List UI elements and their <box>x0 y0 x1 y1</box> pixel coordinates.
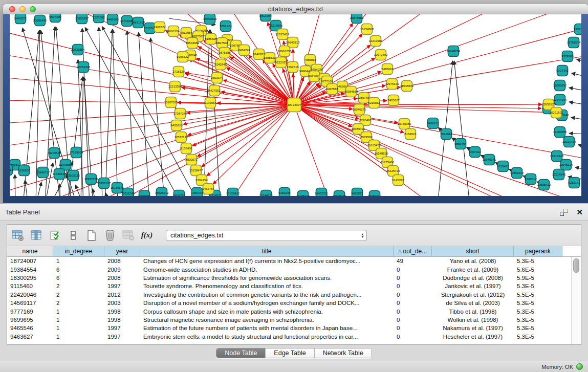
graph-node-normal[interactable]: 9626712 <box>173 190 185 196</box>
table-row[interactable]: 1872400712008Changes of HCN gene express… <box>7 257 571 265</box>
graph-node-selected[interactable]: 7955812 <box>304 55 316 65</box>
graph-node-selected[interactable]: 9660124 <box>167 26 180 37</box>
citation-edge-black[interactable] <box>127 31 134 196</box>
scrollbar-thumb[interactable] <box>573 258 579 273</box>
graph-node-selected[interactable]: 15158477 <box>189 165 203 176</box>
graph-node-normal[interactable]: 20511245 <box>121 188 135 196</box>
graph-node-normal[interactable]: 9245012 <box>525 174 537 185</box>
citation-edge-black[interactable] <box>93 189 96 196</box>
table-select-dropdown[interactable]: citations_edges.txt ▲▼ <box>166 230 367 241</box>
graph-node-normal[interactable]: 1156823 <box>18 165 31 176</box>
column-header-pagerank[interactable]: pagerank <box>514 246 562 256</box>
citation-edge-black[interactable] <box>36 182 41 196</box>
graph-node-selected[interactable]: 9145245 <box>392 175 404 186</box>
graph-node-normal[interactable]: 11545194 <box>53 169 67 180</box>
graph-node-normal[interactable]: 12045124 <box>559 160 573 170</box>
graph-node-selected[interactable]: 16961758 <box>278 46 292 57</box>
citation-edge-black[interactable] <box>569 87 581 91</box>
graph-node-normal[interactable]: 9252141 <box>568 178 580 188</box>
citation-edge-red[interactable] <box>294 105 387 167</box>
graph-node-normal[interactable]: 8813054 <box>259 14 272 21</box>
graph-node-normal[interactable]: 1527602 <box>93 14 105 23</box>
graph-node-selected[interactable]: 9462787 <box>202 184 214 194</box>
citation-edge-red[interactable] <box>294 51 581 105</box>
row-merge-icon[interactable] <box>67 229 80 242</box>
graph-node-selected[interactable]: 8154521 <box>404 129 417 140</box>
float-panel-icon[interactable] <box>560 209 568 216</box>
citation-edge-black[interactable] <box>150 38 165 196</box>
graph-node-normal[interactable]: 9452212 <box>351 188 363 196</box>
graph-node-selected[interactable]: 7463822 <box>154 22 166 33</box>
graph-node-normal[interactable]: 10652422 <box>510 168 524 179</box>
table-row[interactable]: 977716911998Corpus callosum shape and si… <box>7 307 571 315</box>
column-header-title[interactable]: title <box>140 246 394 256</box>
tab-edge-table[interactable]: Edge Table <box>266 348 314 358</box>
citation-edge-red[interactable] <box>188 105 294 135</box>
graph-node-normal[interactable]: 16671358 <box>132 17 145 28</box>
citation-edge-black[interactable] <box>576 59 581 62</box>
citation-edge-black[interactable] <box>15 174 15 196</box>
graph-node-selected[interactable]: 9170064 <box>204 98 216 108</box>
graph-node-selected[interactable]: 1562615 <box>287 62 299 73</box>
graph-node-normal[interactable]: 7252442 <box>191 188 203 196</box>
graph-node-normal[interactable]: 15751074 <box>567 37 581 48</box>
graph-node-selected[interactable]: 9322037 <box>275 57 287 68</box>
table-row[interactable]: 1456911722003Disruption of a novel membe… <box>7 299 571 307</box>
graph-node-selected[interactable]: 8830571 <box>185 155 198 165</box>
graph-node-selected[interactable]: 2718129 <box>172 67 185 77</box>
citation-edge-black[interactable] <box>105 29 112 196</box>
graph-node-selected[interactable]: 7465627 <box>387 95 400 106</box>
citation-edge-black[interactable] <box>569 134 581 134</box>
citation-edge-black[interactable] <box>571 117 581 120</box>
citation-edge-black[interactable] <box>204 30 210 196</box>
citation-edge-black[interactable] <box>572 73 581 77</box>
graph-node-normal[interactable]: 13942737 <box>36 167 50 178</box>
graph-node-normal[interactable]: 16152414 <box>368 191 382 196</box>
graph-node-selected[interactable]: 11545690 <box>400 81 414 92</box>
citation-edge-black[interactable] <box>25 180 28 196</box>
graph-node-normal[interactable]: 8466122 <box>427 118 439 129</box>
table-row[interactable]: 1938455462009Genome-wide association stu… <box>7 265 571 273</box>
graph-node-selected[interactable]: 8427552 <box>208 85 221 96</box>
citation-edge-red[interactable] <box>223 80 294 105</box>
citation-edge-black[interactable] <box>81 77 83 196</box>
graph-node-selected[interactable]: 8186528 <box>205 34 217 45</box>
citation-edge-red[interactable] <box>294 105 541 108</box>
close-panel-icon[interactable]: ✕ <box>576 209 583 216</box>
graph-node-normal[interactable]: 16125412 <box>226 188 240 196</box>
graph-node-selected[interactable]: 1588520 <box>264 53 276 63</box>
graph-node-normal[interactable]: 7857224 <box>220 21 232 32</box>
minimize-window-icon[interactable] <box>19 6 26 12</box>
graph-node-normal[interactable]: 12103655 <box>553 127 567 138</box>
citation-edge-black[interactable] <box>105 193 108 196</box>
table-body[interactable]: 1872400712008Changes of HCN gene express… <box>7 257 571 344</box>
graph-node-normal[interactable]: 9152245 <box>278 188 291 196</box>
citation-edge-black[interactable] <box>569 102 581 105</box>
graph-node-selected[interactable]: 9912954 <box>180 28 192 38</box>
graph-node-normal[interactable]: 6466160 <box>106 14 119 25</box>
graph-node-selected[interactable]: 9875685 <box>219 48 231 58</box>
graph-node-normal[interactable]: 16452211 <box>315 188 329 196</box>
graph-node-selected[interactable]: 19384554 <box>344 86 358 97</box>
graph-node-selected[interactable]: 9827508 <box>216 38 228 49</box>
show-column-icon[interactable] <box>30 229 43 242</box>
graph-node-normal[interactable]: 10945141 <box>483 155 496 165</box>
graph-node-selected[interactable]: 9396522 <box>177 52 189 62</box>
graph-node-normal[interactable]: 10695422 <box>537 180 551 190</box>
graph-node-selected[interactable]: 12577172 <box>175 132 188 143</box>
citation-edge-red[interactable] <box>294 105 542 196</box>
graph-node-normal[interactable]: 10958107 <box>97 178 111 189</box>
table-row[interactable]: 2242004622012Investigating the contribut… <box>7 291 571 299</box>
column-check-icon[interactable] <box>48 229 61 242</box>
graph-node-selected[interactable]: 12975103 <box>385 79 399 90</box>
graph-node-normal[interactable]: 9850464 <box>454 139 467 149</box>
zoom-window-icon[interactable] <box>30 6 36 12</box>
network-canvas[interactable]: 9435572206914069607390106532871527602646… <box>10 14 581 196</box>
graph-node-selected[interactable]: 9152406 <box>180 143 192 154</box>
new-file-icon[interactable] <box>85 229 98 242</box>
column-header-year[interactable]: year <box>104 246 140 256</box>
graph-node-normal[interactable]: 17359924 <box>70 147 83 158</box>
citation-graph[interactable]: 9435572206914069607390106532871527602646… <box>10 14 581 196</box>
table-options-icon[interactable] <box>11 229 25 242</box>
tab-network-table[interactable]: Network Table <box>315 348 372 358</box>
